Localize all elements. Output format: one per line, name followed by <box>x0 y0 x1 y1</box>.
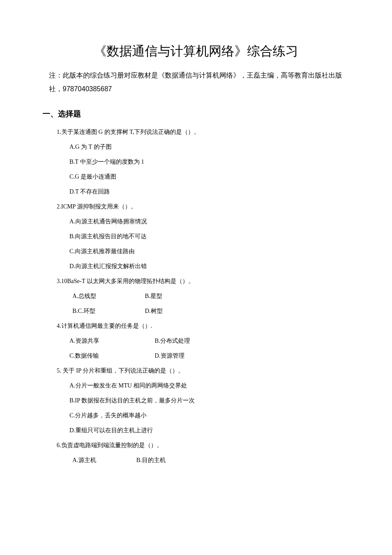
option: A.分片一般发生在 MTU 相同的两网络交界处 <box>69 381 343 390</box>
question-item: 3.10BaSe-T 以太网大多采用的物理拓扑结构是（）。 A.总线型 B.星型… <box>49 277 343 315</box>
option: D.重组只可以在目的主机上进行 <box>69 426 343 435</box>
option: B.星型 <box>145 292 217 301</box>
question-text: 3.10BaSe-T 以太网大多采用的物理拓扑结构是（）。 <box>57 277 343 286</box>
option: D.T 不存在回路 <box>69 187 343 196</box>
option: C.向源主机推荐最佳路由 <box>69 247 343 256</box>
question-text: 5. 关于 IP 分片和重组，下列说法正确的是（）。 <box>57 366 343 375</box>
option: D.向源主机汇报报文解析出错 <box>69 262 343 271</box>
option: B.向源主机报告目的地不可达 <box>69 232 343 241</box>
option-list: A.向源主机通告网络拥塞情况 B.向源主机报告目的地不可达 C.向源主机推荐最佳… <box>69 217 343 271</box>
option: D.树型 <box>145 306 217 315</box>
option: A.G 为 T 的子图 <box>69 142 343 151</box>
question-item: 2.ICMP 源抑制报文用来（）。 A.向源主机通告网络拥塞情况 B.向源主机报… <box>49 202 343 271</box>
option: C.分片越多，丢失的概率越小 <box>69 411 343 420</box>
document-title: 《数据通信与计算机网络》综合练习 <box>49 43 343 60</box>
option-list: A.分片一般发生在 MTU 相同的两网络交界处 B.IP 数据报在到达目的主机之… <box>69 381 343 435</box>
option: B.目的主机 <box>136 456 209 465</box>
option: A.资源共享 <box>69 336 155 345</box>
question-text: 1.关于某连通图 G 的支撑树 T,下列说法正确的是（）。 <box>57 127 343 136</box>
question-item: 1.关于某连通图 G 的支撑树 T,下列说法正确的是（）。 A.G 为 T 的子… <box>49 127 343 196</box>
document-note: 注：此版本的综合练习册对应教材是《数据通信与计算机网络》，王磊主编，高等教育出版… <box>49 69 343 96</box>
option: B.C.环型 <box>72 306 145 315</box>
document-page: 《数据通信与计算机网络》综合练习 注：此版本的综合练习册对应教材是《数据通信与计… <box>0 0 392 505</box>
option-row: A.源主机 B.目的主机 <box>72 456 343 465</box>
option: C.数据传输 <box>69 351 155 360</box>
option: C.G 是最小连通图 <box>69 172 343 181</box>
option-row: A.总线型 B.星型 <box>72 292 343 301</box>
option-row: B.C.环型 D.树型 <box>72 306 343 315</box>
question-item: 6.负责虚电路端到端流量控制的是（）。 A.源主机 B.目的主机 <box>49 441 343 465</box>
question-item: 4.计算机通信网最主要的任务是（）. A.资源共享 B.分布式处理 C.数据传输… <box>49 321 343 360</box>
section-heading: 一、选择题 <box>43 109 343 119</box>
option: D.资源管理 <box>155 351 240 360</box>
question-text: 2.ICMP 源抑制报文用来（）。 <box>57 202 343 211</box>
question-item: 5. 关于 IP 分片和重组，下列说法正确的是（）。 A.分片一般发生在 MTU… <box>49 366 343 435</box>
question-text: 6.负责虚电路端到端流量控制的是（）。 <box>57 441 343 450</box>
option: A.向源主机通告网络拥塞情况 <box>69 217 343 226</box>
option: B.IP 数据报在到达目的主机之前，最多分片一次 <box>69 396 343 405</box>
option: B.T 中至少一个端的度数为 1 <box>69 157 343 166</box>
question-text: 4.计算机通信网最主要的任务是（）. <box>57 321 343 330</box>
option: B.分布式处理 <box>155 336 240 345</box>
option: A.总线型 <box>72 292 145 301</box>
option-list: A.G 为 T 的子图 B.T 中至少一个端的度数为 1 C.G 是最小连通图 … <box>69 142 343 196</box>
option-row: C.数据传输 D.资源管理 <box>69 351 343 360</box>
option-row: A.资源共享 B.分布式处理 <box>69 336 343 345</box>
option: A.源主机 <box>72 456 136 465</box>
